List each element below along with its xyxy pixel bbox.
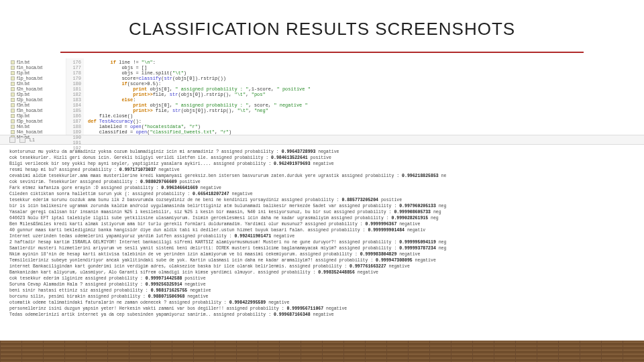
file-name: f3n_hoca.txt — [17, 108, 42, 113]
output-line: cok sevinirim. Tesekkurler assigned prob… — [9, 179, 635, 185]
file-item[interactable]: f1p.txt — [9, 70, 66, 76]
file-icon — [11, 82, 15, 86]
output-line: Bankanizdan kart aliyorum, ulasmiyor, Al… — [9, 269, 635, 276]
file-item[interactable]: f1n.txt — [9, 60, 66, 65]
output-line: 2 haftadir hesap kartim ISRARLA GELMIYOR… — [9, 239, 635, 245]
output-line: otomatik odeme talimatindaki faturalarin… — [9, 300, 635, 306]
title-underline — [60, 52, 584, 53]
file-item[interactable]: f3p.txt — [9, 113, 66, 119]
file-name: f1p_hoca.txt — [17, 76, 42, 81]
file-name: f2n.txt — [17, 81, 30, 86]
output-line: resmi hesap mi bu? assigned probability … — [9, 167, 635, 173]
file-item[interactable]: f2n.txt — [9, 81, 66, 86]
file-icon — [11, 71, 15, 75]
file-icon — [11, 114, 15, 118]
output-line: cevabimi aldim tesekkurler.ama maas must… — [9, 173, 635, 179]
file-icon — [11, 66, 15, 70]
output-line: Temsilcileriniz subeye yonlendiriyor anc… — [9, 257, 635, 263]
file-icon — [11, 103, 15, 107]
file-name: f1n.txt — [17, 60, 30, 65]
file-item[interactable]: f1n_hoca.txt — [9, 65, 66, 70]
file-name: f4n_hoca.txt — [17, 129, 42, 135]
file-name: f2p.txt — [17, 92, 30, 97]
file-icon — [11, 119, 15, 123]
file-item[interactable]: f4n.txt — [9, 124, 66, 129]
file-tree: f1n.txtf1n_hoca.txtf1p.txtf1p_hoca.txtf2… — [9, 58, 66, 135]
file-icon — [11, 87, 15, 91]
file-icon — [11, 98, 15, 102]
output-line: Fark etmez kafaniza gore erayin :D assig… — [9, 185, 635, 191]
code-editor: if line != "\n": objs = [] objs = line.s… — [84, 58, 635, 135]
output-line: Yasalar geregi calisan bir insanin maasi… — [9, 209, 635, 215]
output-line: 40 gunnur maas karti bekledigimiz banka … — [9, 227, 635, 233]
ide-screenshot: f1n.txtf1n_hoca.txtf1p.txtf1p_hoca.txtf2… — [0, 58, 644, 135]
output-line: tesekkur ederim sorunu cozduk ama bunu i… — [9, 197, 635, 203]
slide-footer-texture — [0, 341, 644, 362]
file-item[interactable]: f2n_hoca.txt — [9, 86, 66, 92]
file-item[interactable]: f2p_hoca.txt — [9, 97, 66, 103]
file-item[interactable]: f1p_hoca.txt — [9, 76, 66, 81]
slide-title: CLASSIFICATION RESULTS SCREENSHOTS — [0, 0, 644, 52]
file-item[interactable]: f3p_hoca.txt — [9, 119, 66, 124]
file-icon — [11, 125, 15, 129]
file-item[interactable]: f3n.txt — [9, 103, 66, 108]
output-line: 646623 Nolu EFT iptal talebiyle ilgili s… — [9, 215, 635, 221]
file-name: f3p_hoca.txt — [17, 119, 42, 124]
file-icon — [11, 60, 15, 64]
file-item[interactable]: f4n_hoca.txt — [9, 129, 66, 135]
file-name: f2p_hoca.txt — [17, 97, 42, 103]
output-line: cok tesekkurler. Hizli geri donus icin. … — [9, 155, 635, 161]
output-line: Cileden ciktiktan sonra hallettim sorun … — [9, 191, 635, 197]
output-line: kontorunuz mu yoktu da aramadiniz yoksa … — [9, 149, 635, 155]
file-icon — [11, 76, 15, 80]
file-name: f3p.txt — [17, 113, 30, 119]
output-line: beni sinir hastasi ettiniz siz assigned … — [9, 288, 635, 294]
output-line: Saatlerdir musteri hizmetlerini ariyorum… — [9, 245, 635, 251]
output-line: personellerinz isini duzgun yapsin yeter… — [9, 306, 635, 312]
file-icon — [11, 93, 15, 97]
line-number-gutter: 176 177 178 179 180 181 182 183 184 185 … — [66, 58, 84, 135]
file-name: f1n_hoca.txt — [17, 65, 42, 70]
output-line: cok tesekkur ederim ilginize assigned pr… — [9, 276, 635, 282]
file-name: f3n.txt — [17, 103, 30, 108]
toolbar-icon[interactable] — [19, 137, 25, 143]
file-icon — [11, 130, 15, 134]
console-output: kontorunuz mu yoktu da aramadiniz yoksa … — [0, 145, 644, 318]
output-line: Tedas odemelerinizi artik internet ya da… — [9, 312, 635, 318]
file-item[interactable]: f2p.txt — [9, 92, 66, 97]
output-line: Soruna Cevap Alamadim Hala ? assigned pr… — [9, 282, 635, 288]
output-toolbar: L1 — [0, 135, 644, 145]
file-item[interactable]: f4p.txt — [9, 135, 66, 140]
output-line: Ben Miles&Smiles kredi karti almak istiy… — [9, 221, 635, 227]
file-icon — [11, 109, 15, 113]
cursor-position-label: L1 — [30, 137, 35, 142]
file-name: f4n.txt — [17, 124, 30, 129]
toolbar-icon[interactable] — [9, 137, 15, 143]
file-item[interactable]: f3n_hoca.txt — [9, 108, 66, 113]
output-line: Bilgi verilecek bir sey yokki hep ayni s… — [9, 161, 635, 167]
output-line: Nkim ayinin 18'nin de hesap karti aktivi… — [9, 251, 635, 257]
output-line: bir is icin balikesire ugramak zorunda k… — [9, 203, 635, 209]
output-line: borcunu silin, pesimi birakin assigned p… — [9, 294, 635, 300]
file-name: f2n_hoca.txt — [17, 86, 42, 92]
file-name: f1p.txt — [17, 70, 30, 76]
output-line: internet Bankaciligindan kart gonderimi … — [9, 263, 635, 269]
output-line: Internet uzerinden tedas odemelerini yap… — [9, 233, 635, 239]
